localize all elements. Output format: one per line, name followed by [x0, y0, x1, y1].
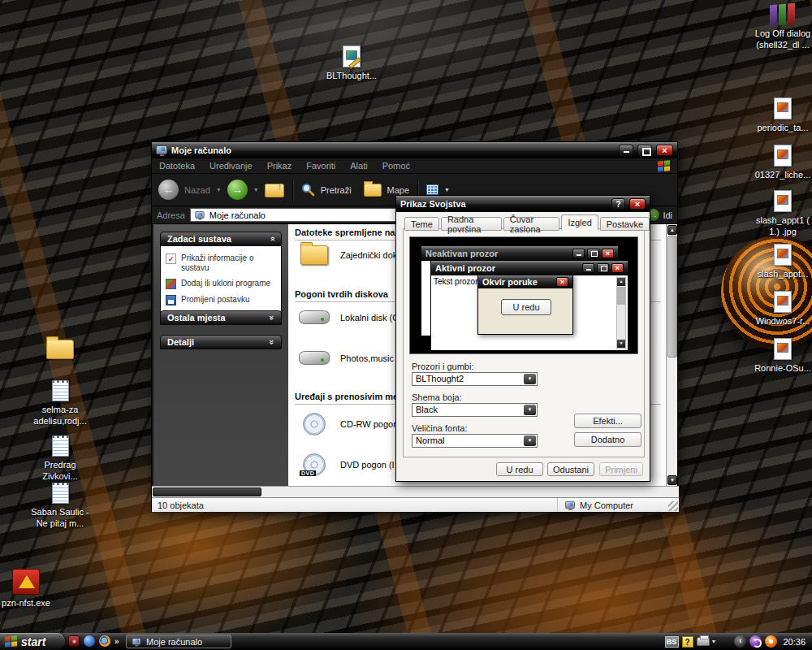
desktop-icon-predrag[interactable]: PredragZivkovi... — [19, 436, 101, 482]
windows-buttons-select[interactable]: BLThought2 ▼ — [412, 372, 538, 386]
desktop-icon-pzn-nfst[interactable]: pzn-nfst.exe — [0, 569, 55, 609]
ok-button[interactable]: U redu — [496, 462, 543, 476]
maximize-button[interactable] — [637, 145, 652, 156]
task-change-setting[interactable]: Promijeni postavku — [166, 295, 278, 306]
window-titlebar[interactable]: Moje računalo × — [152, 142, 677, 158]
dialog-titlebar[interactable]: Prikaz Svojstva ? × — [396, 196, 650, 212]
quick-launch-overflow-icon[interactable]: » — [114, 637, 119, 646]
panel-header-details[interactable]: Detalji » — [160, 335, 282, 349]
tab-desktop[interactable]: Radna površina — [441, 217, 502, 231]
maximize-icon — [597, 263, 609, 273]
scroll-up-icon[interactable]: ▲ — [667, 225, 677, 235]
tray-antivirus-icon[interactable] — [765, 635, 777, 648]
apply-button[interactable]: Primjeni — [599, 462, 643, 476]
quick-launch-browser-icon[interactable] — [84, 635, 95, 647]
windows-flag-icon — [5, 635, 17, 647]
chevron-down-icon[interactable]: ▼ — [524, 436, 536, 446]
desktop-icon-periodic[interactable]: periodic_ta... — [754, 98, 812, 133]
quick-launch-media-icon[interactable] — [68, 635, 80, 647]
tray-printer-icon[interactable] — [697, 637, 710, 646]
quick-launch-firefox-icon[interactable] — [99, 635, 110, 647]
vertical-scrollbar[interactable]: ▲ ▼ — [666, 224, 677, 486]
menu-edit[interactable]: Uređivanje — [209, 161, 253, 171]
panel-header-other-places[interactable]: Ostala mjesta » — [160, 310, 282, 325]
forward-button[interactable]: → — [227, 180, 248, 200]
menu-favorites[interactable]: Favoriti — [306, 161, 335, 171]
desktop-icon-slash-appt2[interactable]: slash_appt... — [754, 244, 812, 280]
desktop-icon-slash-appt1[interactable]: slash_appt1 (1.) .jpg — [754, 190, 812, 237]
dialog-close-button[interactable]: × — [629, 198, 646, 210]
file-item-dvd-drive[interactable]: DVD pogon (I:) — [298, 453, 400, 476]
color-scheme-select[interactable]: Black ▼ — [412, 403, 538, 417]
search-label[interactable]: Pretraži — [321, 185, 352, 195]
desktop-icon-saban[interactable]: Saban Saulic -Ne pitaj m... — [19, 483, 101, 529]
desktop-icon-logoff-dialog[interactable]: Log Off dialog(shell32_dl ... — [754, 4, 812, 50]
tray-hidden-icons-chevron[interactable]: ▼ — [711, 639, 717, 644]
scroll-down-icon[interactable]: ▼ — [667, 475, 677, 485]
search-icon[interactable] — [301, 183, 315, 197]
task-add-remove-programs[interactable]: Dodaj ili ukloni programe — [166, 279, 278, 289]
up-folder-button[interactable]: ↑ — [265, 182, 284, 197]
back-button[interactable]: ← — [158, 180, 179, 200]
minimize-button[interactable] — [619, 145, 633, 156]
change-setting-icon — [166, 295, 176, 306]
folder-icon — [300, 245, 328, 265]
desktop-icon-selma[interactable]: selma-zaadelisu,rodj... — [19, 380, 101, 427]
font-size-select[interactable]: Normal ▼ — [412, 434, 538, 448]
tray-torrent-icon[interactable] — [749, 635, 762, 648]
tab-screensaver[interactable]: Čuvar zaslona — [503, 217, 560, 231]
tray-help-icon[interactable]: ? — [682, 636, 693, 648]
folders-label[interactable]: Mape — [387, 185, 410, 195]
sidebar: Zadaci sustava » Prikaži informacije o s… — [153, 224, 288, 486]
menu-view[interactable]: Prikaz — [267, 161, 292, 171]
file-item-local-disk-c[interactable]: Lokalni disk (C:) — [298, 310, 404, 324]
back-label[interactable]: Nazad — [184, 185, 210, 195]
views-icon[interactable] — [426, 184, 438, 195]
collapse-chevron-icon[interactable]: » — [267, 236, 277, 241]
quick-launch: » — [68, 635, 119, 647]
menu-file[interactable]: Datoteka — [159, 161, 195, 171]
desktop-icon-windows7[interactable]: Windwos7-r... — [754, 291, 812, 327]
sidebar-panel-details: Detalji » — [160, 335, 282, 349]
effects-button[interactable]: Efekti... — [574, 414, 641, 428]
image-file-icon — [774, 338, 792, 360]
tab-themes[interactable]: Teme — [404, 217, 439, 231]
system-tray: BS ? ▼ ‹ 20:36 — [665, 633, 809, 650]
help-button[interactable]: ? — [611, 198, 625, 210]
resize-grip[interactable] — [668, 501, 678, 511]
tab-appearance[interactable]: Izgled — [561, 214, 598, 231]
preview-msgbox-titlebar: Okvir poruke × — [478, 275, 572, 288]
appearance-preview: Neaktivan prozor × Aktivni prozor × Teks… — [409, 236, 638, 354]
go-button[interactable]: → Idi — [647, 209, 672, 221]
scrollbar-thumb[interactable] — [667, 236, 677, 358]
menu-help[interactable]: Pomoć — [382, 161, 410, 171]
tab-settings[interactable]: Postavke — [600, 217, 650, 231]
toolbar-separator — [292, 180, 293, 201]
desktop-icon-liche[interactable]: 01327_liche... — [754, 145, 812, 180]
scrollbar-thumb[interactable] — [153, 488, 261, 496]
desktop-icon-blthought[interactable]: BLThought... — [322, 46, 381, 81]
expand-chevron-icon[interactable]: » — [267, 315, 277, 320]
start-button[interactable]: start — [0, 633, 65, 650]
desktop-icon-ronnie[interactable]: Ronnie-OSu... — [754, 338, 812, 374]
forward-dropdown-icon[interactable]: ▼ — [253, 187, 259, 193]
views-dropdown-icon[interactable]: ▼ — [444, 187, 450, 193]
expand-chevron-icon[interactable]: » — [267, 340, 277, 344]
desktop-icon-folder[interactable] — [31, 340, 89, 362]
panel-header-system-tasks[interactable]: Zadaci sustava » — [160, 232, 282, 246]
tray-collapse-icon[interactable]: ‹ — [734, 635, 746, 648]
close-button[interactable]: × — [656, 145, 673, 156]
advanced-button[interactable]: Dodatno — [574, 432, 641, 447]
cancel-button[interactable]: Odustani — [547, 462, 594, 476]
windows-buttons-label: Prozori i gumbi: — [412, 362, 473, 371]
task-system-info[interactable]: Prikaži informacije o sustavu — [166, 254, 278, 273]
taskbar-button-my-computer[interactable]: Moje računalo — [126, 635, 231, 648]
chevron-down-icon[interactable]: ▼ — [524, 405, 536, 415]
horizontal-scrollbar[interactable] — [152, 486, 679, 497]
close-icon: × — [611, 263, 624, 273]
menu-tools[interactable]: Alati — [350, 161, 367, 171]
folders-icon[interactable] — [364, 184, 382, 197]
back-dropdown-icon[interactable]: ▼ — [216, 187, 222, 193]
language-indicator[interactable]: BS — [665, 636, 679, 648]
chevron-down-icon[interactable]: ▼ — [524, 374, 536, 384]
